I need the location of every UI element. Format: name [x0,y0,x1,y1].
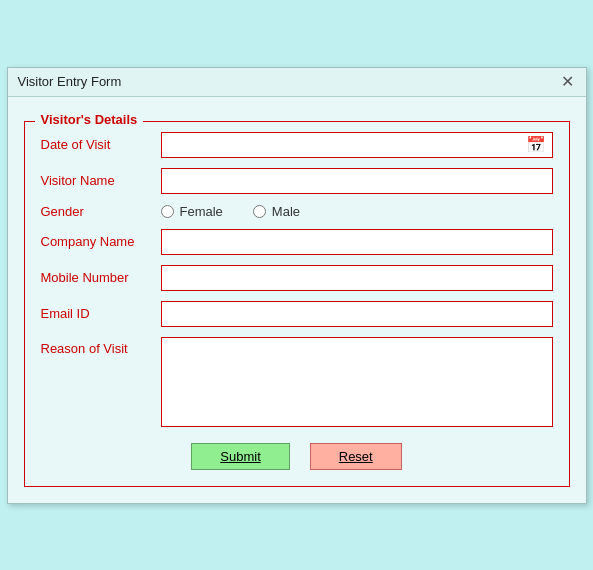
date-of-visit-row: Date of Visit 📅 [41,132,553,158]
company-name-row: Company Name [41,229,553,255]
gender-male-label: Male [272,204,300,219]
email-id-label: Email ID [41,306,161,321]
reason-of-visit-label: Reason of Visit [41,337,161,356]
visitor-name-input[interactable] [161,168,553,194]
date-of-visit-input[interactable] [162,133,520,157]
email-id-row: Email ID [41,301,553,327]
mobile-number-input[interactable] [161,265,553,291]
gender-female-label: Female [180,204,223,219]
close-button[interactable]: ✕ [559,74,576,90]
gender-label: Gender [41,204,161,219]
gender-female-radio[interactable] [161,205,174,218]
mobile-number-row: Mobile Number [41,265,553,291]
company-name-label: Company Name [41,234,161,249]
reason-of-visit-row: Reason of Visit [41,337,553,427]
reset-button[interactable]: Reset [310,443,402,470]
mobile-number-label: Mobile Number [41,270,161,285]
date-of-visit-label: Date of Visit [41,137,161,152]
email-id-input[interactable] [161,301,553,327]
reason-of-visit-textarea[interactable] [161,337,553,427]
gender-male-radio[interactable] [253,205,266,218]
group-legend: Visitor's Details [35,112,144,127]
gender-male-option[interactable]: Male [253,204,300,219]
calendar-icon: 📅 [526,135,546,154]
button-row: Submit Reset [41,443,553,470]
gender-radio-group: Female Male [161,204,301,219]
visitors-details-group: Visitor's Details Date of Visit 📅 Visito… [24,121,570,487]
calendar-icon-button[interactable]: 📅 [520,133,552,156]
gender-female-option[interactable]: Female [161,204,223,219]
date-of-visit-wrapper: 📅 [161,132,553,158]
submit-button[interactable]: Submit [191,443,289,470]
window-body: Visitor's Details Date of Visit 📅 Visito… [8,97,586,503]
visitor-entry-form-window: Visitor Entry Form ✕ Visitor's Details D… [7,67,587,504]
title-bar: Visitor Entry Form ✕ [8,68,586,97]
gender-row: Gender Female Male [41,204,553,219]
window-title: Visitor Entry Form [18,74,122,89]
company-name-input[interactable] [161,229,553,255]
visitor-name-label: Visitor Name [41,173,161,188]
visitor-name-row: Visitor Name [41,168,553,194]
